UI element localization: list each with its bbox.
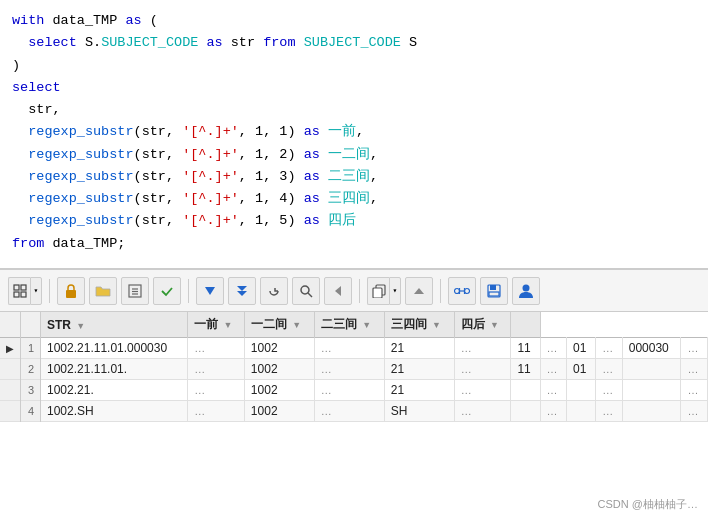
row4-col2: SH [384, 401, 454, 422]
row3-dots5: … [596, 380, 623, 401]
sansijian-sort-icon[interactable]: ▼ [432, 320, 441, 330]
copy-dropdown[interactable]: ▾ [367, 277, 401, 305]
row2-num: 2 [21, 359, 41, 380]
row2-col2: 21 [384, 359, 454, 380]
svg-line-13 [308, 293, 312, 297]
table-row[interactable]: 3 1002.21. … 1002 … 21 … … … … [0, 380, 708, 401]
grid-main-btn[interactable] [8, 277, 30, 305]
save-button[interactable] [480, 277, 508, 305]
execute-all-button[interactable] [228, 277, 256, 305]
sep4 [440, 279, 441, 303]
connection-button[interactable] [448, 277, 476, 305]
find-button[interactable] [292, 277, 320, 305]
row1-col1: 1002 [244, 338, 314, 359]
sep1 [49, 279, 50, 303]
row3-col1: 1002 [244, 380, 314, 401]
svg-point-18 [455, 288, 460, 293]
str-sort-icon[interactable]: ▼ [76, 321, 85, 331]
execute-down-button[interactable] [196, 277, 224, 305]
sihou-sort-icon[interactable]: ▼ [490, 320, 499, 330]
yiqian-sort-icon[interactable]: ▼ [224, 320, 233, 330]
col-yi-qian-header[interactable]: 一前 ▼ [188, 312, 245, 338]
svg-point-26 [523, 284, 530, 291]
refresh-button[interactable] [260, 277, 288, 305]
row1-col2: 21 [384, 338, 454, 359]
row1-col3: 11 [511, 338, 540, 359]
code-line-11: from data_TMP; [12, 233, 696, 255]
row4-str: 1002.SH [41, 401, 188, 422]
code-line-10: regexp_substr(str, '[^.]+', 1, 5) as 四后 [12, 210, 696, 232]
code-line-2: select S.SUBJECT_CODE as str from SUBJEC… [12, 32, 696, 54]
row1-dots4: … [540, 338, 567, 359]
col-yi-er-jian-header[interactable]: 一二间 ▼ [244, 312, 314, 338]
yierjian-sort-icon[interactable]: ▼ [292, 320, 301, 330]
row1-col4: 01 [567, 338, 596, 359]
row2-dots6: … [681, 359, 708, 380]
col-str-header[interactable]: STR ▼ [41, 312, 188, 338]
row3-dots2: … [314, 380, 384, 401]
grid-dropdown[interactable]: ▾ [8, 277, 42, 305]
row2-col1: 1002 [244, 359, 314, 380]
row1-dots6: … [681, 338, 708, 359]
svg-rect-3 [21, 292, 26, 297]
ersanjian-sort-icon[interactable]: ▼ [362, 320, 371, 330]
watermark: CSDN @柚柚柚子… [598, 497, 698, 512]
row2-dots2: … [314, 359, 384, 380]
toolbar: ▾ [0, 270, 708, 312]
row1-dots5: … [596, 338, 623, 359]
code-line-1: with data_TMP as ( [12, 10, 696, 32]
sep3 [359, 279, 360, 303]
row2-indicator [0, 359, 21, 380]
svg-rect-25 [489, 292, 499, 296]
scroll-up-button[interactable] [405, 277, 433, 305]
row4-dots6: … [681, 401, 708, 422]
code-line-5: str, [12, 99, 696, 121]
col-er-san-jian-header[interactable]: 二三间 ▼ [314, 312, 384, 338]
svg-marker-9 [205, 287, 215, 295]
table-header-row: STR ▼ 一前 ▼ 一二间 ▼ 二三间 ▼ 三四间 ▼ [0, 312, 708, 338]
row4-dots2: … [314, 401, 384, 422]
user-button[interactable] [512, 277, 540, 305]
folder-button[interactable] [89, 277, 117, 305]
row1-col5: 000030 [622, 338, 681, 359]
back-button[interactable] [324, 277, 352, 305]
table-row[interactable]: 2 1002.21.11.01. … 1002 … 21 … 11 … 01 …… [0, 359, 708, 380]
code-line-9: regexp_substr(str, '[^.]+', 1, 4) as 三四间… [12, 188, 696, 210]
row3-col4 [567, 380, 596, 401]
row4-dots4: … [540, 401, 567, 422]
copy-dropdown-arrow[interactable]: ▾ [389, 277, 401, 305]
svg-rect-16 [373, 288, 382, 298]
row4-dots1: … [188, 401, 245, 422]
row4-indicator [0, 401, 21, 422]
code-line-4: select [12, 77, 696, 99]
sep2 [188, 279, 189, 303]
col-si-hou-header[interactable]: 四后 ▼ [454, 312, 511, 338]
code-line-7: regexp_substr(str, '[^.]+', 1, 2) as 一二间… [12, 144, 696, 166]
table-row[interactable]: ▶ 1 1002.21.11.01.000030 … 1002 … 21 … 1… [0, 338, 708, 359]
row4-col1: 1002 [244, 401, 314, 422]
grid-dropdown-arrow[interactable]: ▾ [30, 277, 42, 305]
svg-marker-10 [237, 286, 247, 291]
table-row[interactable]: 4 1002.SH … 1002 … SH … … … … [0, 401, 708, 422]
row1-str: 1002.21.11.01.000030 [41, 338, 188, 359]
row3-str: 1002.21. [41, 380, 188, 401]
svg-rect-2 [14, 292, 19, 297]
row4-num: 4 [21, 401, 41, 422]
col-san-si-jian-header[interactable]: 三四间 ▼ [384, 312, 454, 338]
code-line-8: regexp_substr(str, '[^.]+', 1, 3) as 二三间… [12, 166, 696, 188]
svg-marker-14 [335, 286, 341, 296]
row2-dots3: … [454, 359, 511, 380]
row4-col4 [567, 401, 596, 422]
check-button[interactable] [153, 277, 181, 305]
row1-dots3: … [454, 338, 511, 359]
row2-dots4: … [540, 359, 567, 380]
copy-main-btn[interactable] [367, 277, 389, 305]
code-line-3: ) [12, 55, 696, 77]
row4-col3 [511, 401, 540, 422]
row4-col5 [622, 401, 681, 422]
svg-rect-24 [490, 285, 496, 290]
lock-button[interactable] [57, 277, 85, 305]
results-table: STR ▼ 一前 ▼ 一二间 ▼ 二三间 ▼ 三四间 ▼ [0, 312, 708, 520]
export-button[interactable] [121, 277, 149, 305]
row1-indicator: ▶ [0, 338, 21, 359]
